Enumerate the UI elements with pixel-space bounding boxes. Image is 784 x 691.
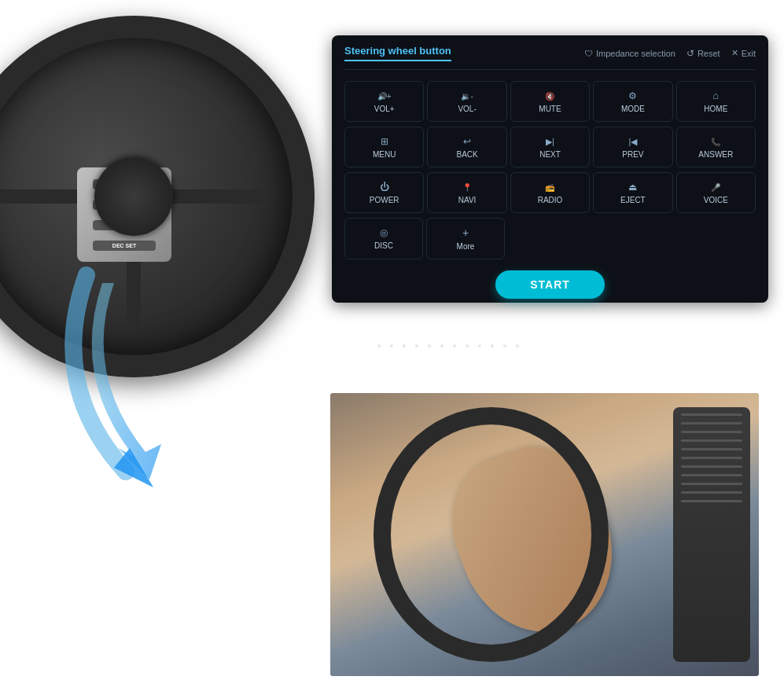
vol-plus-label: VOL+ xyxy=(374,105,395,113)
menu-icon xyxy=(381,135,388,147)
answer-icon xyxy=(711,135,720,147)
mode-label: MODE xyxy=(621,105,645,113)
btn-mute[interactable]: MUTE xyxy=(510,81,590,122)
eject-label: EJECT xyxy=(620,196,646,204)
start-button[interactable]: START xyxy=(495,270,605,299)
vol-plus-icon xyxy=(377,90,392,101)
sw-btn-res-acc[interactable]: RES ACC xyxy=(93,200,156,210)
more-icon xyxy=(462,226,469,239)
power-icon xyxy=(380,181,389,193)
panel-title: Steering wheel button xyxy=(344,45,451,61)
btn-menu[interactable]: MENU xyxy=(344,127,424,167)
reset-label: Reset xyxy=(698,49,720,58)
spoke-right xyxy=(167,189,269,204)
more-label: More xyxy=(457,242,475,251)
dots-area xyxy=(330,307,566,385)
home-icon xyxy=(712,90,719,101)
btn-mode[interactable]: MODE xyxy=(593,81,672,122)
eject-icon xyxy=(628,181,637,193)
mute-label: MUTE xyxy=(539,105,561,113)
sw-btn-acc[interactable]: ACC xyxy=(93,179,156,189)
blue-arrow xyxy=(39,236,307,503)
bottom-photo xyxy=(330,393,759,676)
power-label: POWER xyxy=(370,196,399,204)
mute-icon xyxy=(545,90,554,101)
radio-label: RADIO xyxy=(538,196,563,204)
btn-next[interactable]: NEXT xyxy=(510,127,590,167)
next-label: NEXT xyxy=(539,150,561,159)
disc-icon xyxy=(380,226,388,238)
btn-radio[interactable]: RADIO xyxy=(510,172,590,213)
photo-steering-wheel xyxy=(374,407,609,662)
navi-icon xyxy=(462,181,472,193)
next-icon xyxy=(546,135,554,147)
impedance-label: Impedance selection xyxy=(596,49,675,58)
panel-header: Steering wheel button Impedance selectio… xyxy=(344,45,756,70)
ui-panel: Steering wheel button Impedance selectio… xyxy=(332,35,768,303)
answer-label: ANSWER xyxy=(698,150,733,159)
btn-power[interactable]: POWER xyxy=(344,172,424,213)
btn-more[interactable]: More xyxy=(426,218,505,259)
bottom-row: DISC More xyxy=(344,218,756,259)
radio-icon xyxy=(545,181,554,193)
button-grid: VOL+ VOL- MUTE MODE HOME MENU BACK NEXT xyxy=(344,81,756,213)
btn-answer[interactable]: ANSWER xyxy=(676,127,756,167)
btn-eject[interactable]: EJECT xyxy=(593,172,672,213)
exit-label: Exit xyxy=(742,49,756,58)
voice-label: VOICE xyxy=(704,196,728,204)
menu-label: MENU xyxy=(373,150,396,159)
reset-icon xyxy=(686,48,694,59)
impedance-icon xyxy=(584,49,593,58)
btn-back[interactable]: BACK xyxy=(427,127,506,167)
voice-icon xyxy=(711,181,720,193)
disc-label: DISC xyxy=(374,241,393,250)
sw-btn-cancel[interactable]: CANCEL xyxy=(93,220,156,230)
vol-minus-icon xyxy=(461,90,473,101)
panel-actions: Impedance selection Reset Exit xyxy=(584,48,756,59)
mode-icon xyxy=(628,90,637,101)
btn-disc[interactable]: DISC xyxy=(344,218,423,259)
reset-action[interactable]: Reset xyxy=(686,48,720,59)
back-label: BACK xyxy=(456,150,477,159)
air-vent xyxy=(673,407,750,662)
home-label: HOME xyxy=(704,105,727,113)
back-icon xyxy=(463,135,471,147)
navi-label: NAVI xyxy=(458,196,477,204)
btn-voice[interactable]: VOICE xyxy=(676,172,756,213)
btn-home[interactable]: HOME xyxy=(676,81,756,122)
impedance-action[interactable]: Impedance selection xyxy=(584,49,675,58)
btn-vol-minus[interactable]: VOL- xyxy=(427,81,506,122)
start-btn-container: START xyxy=(344,270,756,299)
btn-prev[interactable]: PREV xyxy=(593,127,672,167)
exit-action[interactable]: Exit xyxy=(731,48,756,58)
btn-navi[interactable]: NAVI xyxy=(427,172,506,213)
btn-vol-plus[interactable]: VOL+ xyxy=(344,81,424,122)
exit-icon xyxy=(731,48,738,58)
vol-minus-label: VOL- xyxy=(458,105,476,113)
prev-label: PREV xyxy=(622,150,643,159)
prev-icon xyxy=(628,135,637,147)
